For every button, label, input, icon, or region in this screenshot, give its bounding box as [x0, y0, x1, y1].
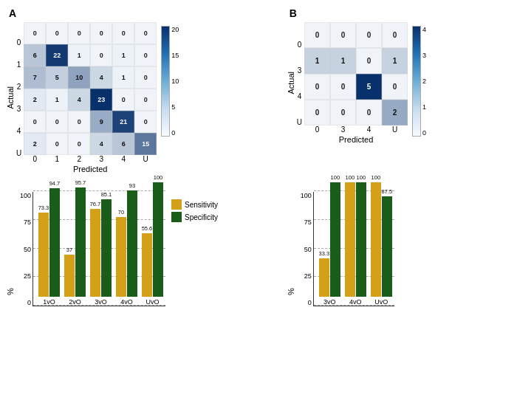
- chart-y-tick: 100: [16, 192, 31, 199]
- right-chart-y-ticks: 1007550250: [297, 192, 313, 306]
- matrix-cell-0-5: 0: [134, 22, 157, 44]
- bar-group: 55.6100UvO: [142, 182, 163, 306]
- sensitivity-bar: 100: [371, 182, 381, 297]
- matrix-cell-0-3: 0: [90, 22, 112, 44]
- colorbar-tick: 15: [171, 52, 179, 59]
- specificity-value: 93: [129, 182, 135, 189]
- matrix-cell-1-0: 1: [304, 48, 330, 74]
- matrix-cell-3-0: 2: [24, 89, 46, 111]
- x-tick-label: 4: [356, 125, 382, 134]
- y-tick-label: 1: [16, 54, 21, 76]
- bar-group-label: UvO: [374, 298, 388, 306]
- y-tick-label: 0: [16, 32, 21, 54]
- sensitivity-legend-label: Sensitivity: [185, 201, 218, 209]
- x-tick-label: 2: [68, 155, 90, 163]
- specificity-legend: Specificity: [171, 212, 218, 222]
- matrix-cell-1-1: 22: [46, 44, 68, 66]
- chart-y-tick: 25: [297, 272, 312, 280]
- matrix-cell-5-4: 6: [112, 133, 134, 155]
- matrix-cell-3-2: 4: [68, 89, 90, 111]
- left-matrix-grid: 0000006221010751041021423000009210200461…: [24, 22, 157, 155]
- left-chart-y-label: %: [6, 277, 15, 306]
- right-chart-y-label: %: [287, 277, 295, 306]
- matrix-cell-0-0: 0: [304, 22, 330, 48]
- matrix-cell-0-0: 0: [24, 22, 46, 44]
- y-tick-label: 0: [297, 32, 302, 58]
- right-matrix-grid: 0000110100500002: [304, 22, 408, 125]
- specificity-bar: 87.5: [382, 196, 392, 297]
- left-matrix-container: Actual 01234U 00000062210107510410214230…: [6, 22, 281, 185]
- matrix-cell-1-4: 1: [112, 44, 134, 66]
- matrix-cell-5-1: 0: [46, 133, 68, 155]
- left-y-axis-label: Actual: [6, 86, 15, 109]
- colorbar-tick: 10: [171, 78, 179, 85]
- sensitivity-bar: 55.6: [142, 233, 152, 297]
- bar-group: 70934vO: [116, 190, 137, 306]
- y-tick-label: 4: [297, 83, 302, 109]
- right-matrix-container: Actual 034U 0000110100500002 034U Predic…: [287, 22, 511, 185]
- specificity-value: 100: [357, 174, 366, 181]
- legend-container: Sensitivity Specificity: [171, 199, 218, 222]
- matrix-cell-5-5: 15: [134, 133, 157, 155]
- sensitivity-value: 70: [118, 209, 124, 216]
- left-colorbar: 20151050: [161, 22, 179, 155]
- matrix-cell-0-3: 0: [382, 22, 408, 48]
- matrix-cell-1-0: 6: [24, 44, 46, 66]
- colorbar-tick: 1: [422, 103, 426, 111]
- specificity-value: 100: [331, 174, 340, 181]
- matrix-cell-3-1: 0: [330, 100, 356, 125]
- matrix-cell-3-0: 0: [304, 100, 330, 125]
- bar-group-label: 1vO: [43, 298, 55, 306]
- bar-group-label: 4vO: [120, 298, 133, 306]
- right-colorbar-ticks: 43210: [422, 26, 426, 137]
- matrix-cell-1-5: 0: [134, 44, 157, 66]
- matrix-cell-4-2: 0: [68, 111, 90, 133]
- colorbar-tick: 0: [422, 129, 426, 137]
- matrix-cell-4-4: 21: [112, 111, 134, 133]
- right-chart-area: 33.31003vO1001004vO10087.5UvO: [313, 192, 394, 306]
- specificity-bar: 85.1: [101, 199, 112, 297]
- matrix-cell-0-1: 0: [46, 22, 68, 44]
- left-x-ticks: 01234U: [24, 155, 157, 163]
- x-tick-label: 0: [304, 125, 330, 134]
- matrix-cell-4-1: 0: [46, 111, 68, 133]
- specificity-bar: 100: [356, 182, 366, 297]
- bar-group-label: 2vO: [69, 298, 81, 306]
- bar-group: 10087.5UvO: [371, 182, 392, 306]
- specificity-bar: 95.7: [75, 187, 86, 297]
- bar-group-label: 3vO: [95, 298, 107, 306]
- chart-y-tick: 50: [16, 246, 31, 253]
- left-x-axis-label: Predicted: [24, 165, 157, 173]
- chart-y-tick: 50: [297, 246, 312, 253]
- matrix-cell-2-0: 0: [304, 74, 330, 100]
- x-tick-label: U: [382, 125, 408, 134]
- main-container: A Actual 01234U 000000622101075104102142…: [0, 0, 517, 420]
- specificity-legend-label: Specificity: [185, 213, 218, 221]
- chart-y-tick: 0: [297, 299, 312, 306]
- bar-group: 73.394.71vO: [38, 188, 60, 306]
- left-chart-y-ticks: 1007550250: [16, 192, 32, 306]
- right-y-ticks: 034U: [297, 32, 302, 135]
- x-tick-label: U: [134, 155, 157, 163]
- sensitivity-value: 100: [372, 174, 381, 181]
- bar-group-label: UvO: [146, 298, 160, 306]
- colorbar-tick: 0: [171, 129, 179, 137]
- x-tick-label: 4: [112, 155, 134, 163]
- y-tick-label: U: [297, 109, 302, 135]
- bar-group: 76.785.13vO: [90, 199, 112, 306]
- matrix-cell-4-5: 0: [134, 111, 157, 133]
- x-tick-label: 1: [46, 155, 68, 163]
- matrix-cell-2-3: 0: [382, 74, 408, 100]
- right-panel: B Actual 034U 0000110100500002 034U Pred…: [284, 0, 517, 420]
- matrix-cell-2-2: 5: [356, 74, 382, 100]
- chart-y-tick: 100: [297, 192, 312, 199]
- y-tick-label: 3: [297, 58, 302, 83]
- chart-y-tick: 75: [297, 218, 312, 226]
- left-chart-area: 73.394.71vO3795.72vO76.785.13vO70934vO55…: [32, 192, 165, 306]
- matrix-cell-2-0: 7: [24, 66, 46, 89]
- sensitivity-bar: 37: [64, 255, 75, 297]
- matrix-cell-2-2: 10: [68, 66, 90, 89]
- matrix-cell-5-3: 4: [90, 133, 112, 155]
- specificity-value: 95.7: [75, 179, 86, 186]
- matrix-cell-0-4: 0: [112, 22, 134, 44]
